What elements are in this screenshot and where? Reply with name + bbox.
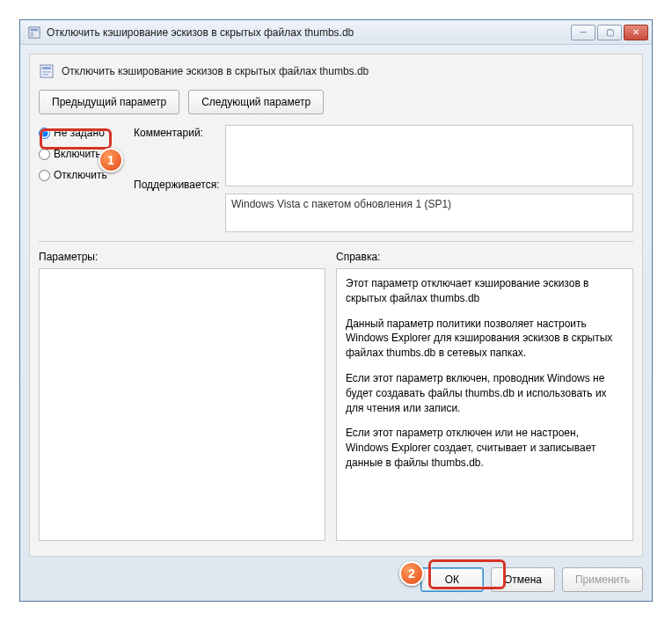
prev-setting-button[interactable]: Предыдущий параметр: [39, 90, 179, 114]
app-icon: [27, 26, 41, 40]
close-button[interactable]: ✕: [624, 25, 648, 40]
help-label: Справка:: [336, 251, 633, 263]
options-label: Параметры:: [39, 251, 325, 263]
field-inputs: Windows Vista с пакетом обновления 1 (SP…: [225, 125, 633, 232]
minimize-button[interactable]: ─: [571, 25, 595, 40]
dialog-window: Отключить кэширование эскизов в скрытых …: [19, 19, 653, 602]
footer-buttons: ОК Отмена Применить: [29, 567, 643, 592]
options-pane: Параметры:: [39, 251, 325, 541]
window-title: Отключить кэширование эскизов в скрытых …: [47, 26, 571, 39]
radio-not-configured[interactable]: Не задано: [39, 127, 127, 139]
radio-enabled[interactable]: Включить: [39, 148, 127, 160]
svg-rect-1: [31, 28, 39, 31]
next-setting-button[interactable]: Следующий параметр: [188, 90, 324, 114]
policy-icon: [39, 63, 55, 79]
svg-rect-2: [31, 33, 34, 34]
svg-rect-5: [42, 67, 51, 69]
radio-enabled-label: Включить: [54, 148, 101, 160]
radio-disabled-input[interactable]: [39, 170, 50, 181]
ok-button[interactable]: ОК: [420, 567, 484, 592]
policy-title: Отключить кэширование эскизов в скрытых …: [62, 65, 369, 77]
radio-disabled[interactable]: Отключить: [39, 169, 127, 181]
comment-label: Комментарий:: [134, 127, 218, 139]
supported-text: Windows Vista с пакетом обновления 1 (SP…: [231, 198, 451, 210]
svg-rect-7: [42, 74, 48, 76]
content-area: Отключить кэширование эскизов в скрытых …: [29, 54, 643, 557]
comment-textarea[interactable]: [225, 125, 633, 186]
header-row: Отключить кэширование эскизов в скрытых …: [39, 63, 633, 79]
help-p2: Данный параметр политики позволяет настр…: [346, 317, 624, 361]
divider: [39, 241, 633, 242]
svg-rect-3: [31, 34, 34, 36]
help-p1: Этот параметр отключает кэширование эски…: [346, 276, 624, 306]
help-p4: Если этот параметр отключен или не настр…: [346, 426, 624, 470]
window-controls: ─ ▢ ✕: [571, 25, 648, 40]
field-labels: Комментарий: Поддерживается:: [134, 125, 218, 232]
options-box: [39, 268, 325, 541]
nav-buttons: Предыдущий параметр Следующий параметр: [39, 90, 633, 114]
apply-button[interactable]: Применить: [562, 567, 643, 592]
radio-enabled-input[interactable]: [39, 149, 50, 160]
supported-box: Windows Vista с пакетом обновления 1 (SP…: [225, 194, 633, 232]
radio-disabled-label: Отключить: [54, 169, 107, 181]
svg-rect-6: [42, 71, 51, 73]
help-box: Этот параметр отключает кэширование эски…: [336, 268, 633, 541]
cancel-button[interactable]: Отмена: [491, 567, 555, 592]
radio-not-configured-label: Не задано: [54, 127, 105, 139]
config-grid: Не задано Включить Отключить Комментарий…: [39, 125, 633, 232]
maximize-button[interactable]: ▢: [597, 25, 622, 40]
help-p3: Если этот параметр включен, проводник Wi…: [346, 371, 624, 415]
supported-label: Поддерживается:: [134, 179, 218, 191]
radio-not-configured-input[interactable]: [39, 128, 50, 139]
titlebar: Отключить кэширование эскизов в скрытых …: [20, 20, 652, 45]
bottom-row: Параметры: Справка: Этот параметр отключ…: [39, 251, 633, 541]
help-pane: Справка: Этот параметр отключает кэширов…: [336, 251, 633, 541]
radio-group: Не задано Включить Отключить: [39, 125, 127, 232]
